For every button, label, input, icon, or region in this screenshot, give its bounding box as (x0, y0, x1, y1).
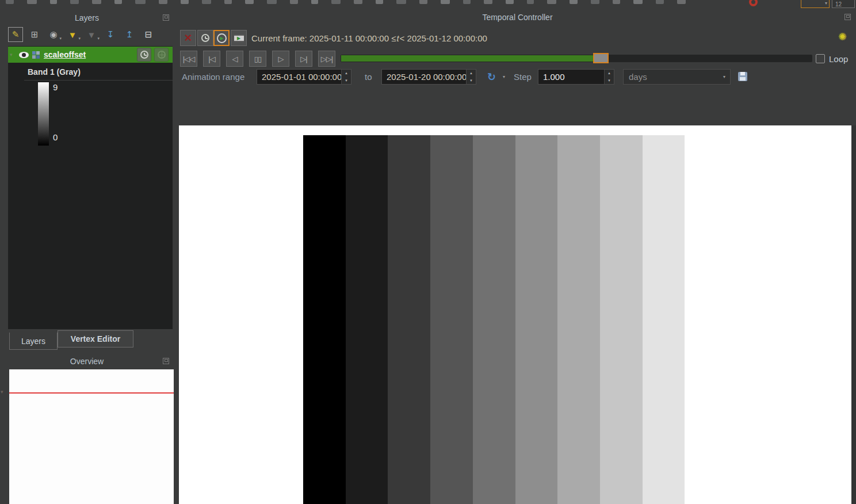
refresh-dropdown-caret[interactable]: ▾ (503, 69, 505, 85)
remove-layer-icon[interactable]: ⊟ (141, 27, 156, 42)
toolbar-button[interactable] (484, 0, 492, 4)
toolbar-button[interactable] (50, 0, 57, 4)
expand-all-icon[interactable]: ↧ (103, 27, 118, 42)
playback-pause-button[interactable]: ▯▯ (249, 51, 266, 67)
toolbar-button[interactable] (224, 0, 232, 4)
range-start-input[interactable]: 2025-01-01 00:00:00 ▲▼ (257, 69, 351, 85)
qgis-window: ▾ 12 Layers ✎⊞◉▾▼▾▼▾↧↥⊟ ▾ scaleoffset Ba… (0, 0, 856, 504)
panel-collapse-arrow-icon[interactable]: ▾ (1, 389, 3, 395)
animation-range-label: Animation range (182, 69, 244, 85)
playback-next-frame-button[interactable]: ▷| (295, 51, 312, 67)
toolbar-value-box[interactable]: 12 (832, 0, 855, 8)
loop-checkbox[interactable] (816, 54, 825, 63)
temporal-slider[interactable] (341, 55, 812, 62)
toolbar-button[interactable] (181, 0, 189, 4)
range-end-input[interactable]: 2025-01-20 00:00:00 ▲▼ (381, 69, 476, 85)
overview-extent-line (9, 392, 174, 394)
toolbar-button[interactable] (547, 0, 556, 4)
raster-stripe-value-3 (430, 135, 473, 504)
toolbar-highlight-group[interactable]: ▾ (801, 0, 830, 8)
chevron-down-icon: ▾ (825, 1, 827, 6)
playback-play-backward-button[interactable]: ◁ (226, 51, 243, 67)
fixed-range-mode-button[interactable] (197, 30, 213, 46)
toolbar-button[interactable] (633, 0, 643, 4)
toolbar-button[interactable] (570, 0, 578, 4)
film-export-icon: ▶ (234, 35, 244, 42)
playback-play-forward-button[interactable]: ▷ (272, 51, 289, 67)
playback-skip-to-start-button[interactable]: |◁◁ (180, 51, 197, 67)
layer-temporal-indicator-button[interactable] (137, 48, 151, 62)
toolbar-button[interactable] (159, 0, 167, 4)
toolbar-button[interactable] (463, 0, 471, 4)
collapse-all-icon[interactable]: ↥ (122, 27, 137, 42)
overview-panel-dock-icon[interactable] (163, 358, 169, 364)
layers-panel-dock-icon[interactable] (163, 14, 169, 21)
manage-map-themes-icon[interactable]: ◉▾ (46, 27, 61, 42)
add-group-icon[interactable]: ⊞ (27, 27, 42, 42)
overview-map[interactable] (9, 369, 174, 504)
save-icon[interactable] (738, 72, 747, 81)
toolbar-button[interactable] (527, 0, 534, 4)
top-toolbar: ▾ 12 (0, 0, 856, 9)
raster-stripe-value-6 (557, 135, 600, 504)
layer-visibility-eye-icon[interactable] (19, 52, 29, 58)
spinner-control[interactable]: ▲▼ (341, 70, 351, 84)
toolbar-button[interactable] (677, 0, 686, 4)
spinner-control[interactable]: ▲▼ (466, 70, 476, 84)
record-macro-icon[interactable] (749, 0, 758, 6)
toolbar-button[interactable] (506, 0, 514, 4)
band-legend-label: Band 1 (Gray) (28, 67, 81, 77)
window-right-edge (851, 125, 856, 504)
clock-icon (201, 34, 209, 42)
step-unit-select[interactable]: days ▾ (623, 69, 731, 85)
toolbar-button[interactable] (656, 0, 664, 4)
range-to-label: to (365, 69, 372, 85)
tab-layers[interactable]: Layers (9, 333, 58, 350)
toolbar-button[interactable] (70, 0, 79, 4)
gray-ramp-legend (38, 82, 49, 146)
toolbar-button[interactable] (290, 0, 298, 4)
toolbar-button[interactable] (376, 0, 383, 4)
toolbar-button[interactable] (396, 0, 406, 4)
temporal-slider-handle[interactable] (593, 53, 609, 63)
toolbar-button[interactable] (245, 0, 254, 4)
toolbar-button[interactable] (114, 0, 122, 4)
loop-label: Loop (829, 54, 848, 64)
temporal-panel-dock-icon[interactable] (844, 14, 851, 20)
layer-name[interactable]: scaleoffset (44, 50, 86, 59)
animated-navigation-mode-button[interactable]: ▶ (213, 30, 230, 46)
filter-legend-icon[interactable]: ▼▾ (65, 27, 80, 42)
filter-by-expression-icon[interactable]: ▼▾ (84, 27, 99, 42)
toolbar-button[interactable] (419, 0, 427, 4)
toolbar-button[interactable] (613, 0, 620, 4)
toolbar-button[interactable] (135, 0, 146, 4)
playback-skip-to-end-button[interactable]: ▷▷| (318, 51, 335, 67)
layer-row-scaleoffset[interactable]: ▾ scaleoffset (8, 47, 173, 63)
tab-vertex-editor[interactable]: Vertex Editor (58, 330, 133, 348)
globe-icon (158, 51, 166, 59)
toolbar-button[interactable] (331, 0, 341, 4)
export-animation-button[interactable]: ▶ (231, 30, 247, 46)
toolbar-button[interactable] (202, 0, 211, 4)
layer-indicator-secondary-button[interactable] (154, 48, 169, 62)
toolbar-button[interactable] (311, 0, 318, 4)
open-layer-styling-icon[interactable]: ✎ (8, 27, 23, 42)
temporal-settings-gear-icon[interactable]: ✺ (838, 32, 847, 42)
raster-stripe-value-9 (685, 135, 727, 504)
toolbar-button[interactable] (92, 0, 101, 4)
playback-previous-frame-button[interactable]: |◁ (203, 51, 220, 67)
current-frame-text: Current frame: 2025-01-11 00:00:00 ≤ t <… (251, 30, 487, 46)
map-canvas[interactable] (179, 125, 856, 504)
layer-tree: ▾ scaleoffset Band 1 (Gray) 9 0 (8, 46, 173, 329)
step-value-input[interactable]: 1.000 ▲▼ (538, 69, 614, 85)
refresh-range-icon[interactable]: ↻ (487, 69, 496, 85)
toolbar-button[interactable] (354, 0, 362, 4)
toolbar-button[interactable] (591, 0, 599, 4)
temporal-navigation-off-button[interactable]: × (180, 30, 196, 46)
toolbar-button[interactable] (267, 0, 277, 4)
toolbar-button[interactable] (441, 0, 450, 4)
spinner-control[interactable]: ▲▼ (604, 70, 614, 84)
toolbar-button[interactable] (6, 0, 14, 4)
layer-expander-icon[interactable]: ▾ (10, 52, 18, 58)
toolbar-button[interactable] (27, 0, 37, 4)
